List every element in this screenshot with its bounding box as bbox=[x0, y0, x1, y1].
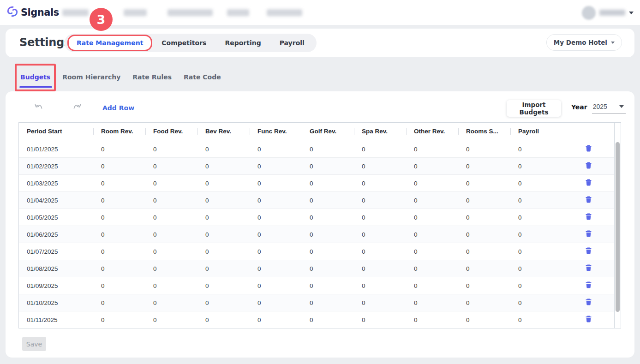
budget-value-cell[interactable]: 0 bbox=[250, 231, 302, 238]
budget-value-cell[interactable]: 0 bbox=[458, 282, 510, 289]
scrollbar-thumb[interactable] bbox=[616, 142, 620, 312]
delete-row-button[interactable] bbox=[583, 297, 594, 308]
budget-value-cell[interactable]: 0 bbox=[406, 180, 458, 187]
nav-item-redacted[interactable] bbox=[267, 9, 302, 16]
period-start-cell[interactable]: 01/08/2025 bbox=[19, 265, 93, 272]
budget-value-cell[interactable]: 0 bbox=[145, 282, 197, 289]
period-start-cell[interactable]: 01/02/2025 bbox=[19, 163, 93, 170]
budget-value-cell[interactable]: 0 bbox=[458, 197, 510, 204]
budget-value-cell[interactable]: 0 bbox=[197, 197, 250, 204]
delete-row-button[interactable] bbox=[583, 280, 594, 291]
budget-value-cell[interactable]: 0 bbox=[93, 316, 145, 323]
budget-value-cell[interactable]: 0 bbox=[145, 231, 197, 238]
budget-value-cell[interactable]: 0 bbox=[302, 299, 354, 306]
period-start-cell[interactable]: 01/05/2025 bbox=[19, 214, 93, 221]
subtab-room-hierarchy[interactable]: Room Hierarchy bbox=[62, 73, 120, 81]
budget-value-cell[interactable]: 0 bbox=[510, 146, 562, 153]
period-start-cell[interactable]: 01/09/2025 bbox=[19, 282, 93, 289]
budget-value-cell[interactable]: 0 bbox=[354, 231, 406, 238]
budget-value-cell[interactable]: 0 bbox=[145, 299, 197, 306]
delete-row-button[interactable] bbox=[583, 161, 594, 172]
nav-item-redacted[interactable] bbox=[167, 9, 213, 16]
budget-value-cell[interactable]: 0 bbox=[354, 146, 406, 153]
budget-value-cell[interactable]: 0 bbox=[510, 163, 562, 170]
budget-value-cell[interactable]: 0 bbox=[458, 299, 510, 306]
budget-value-cell[interactable]: 0 bbox=[145, 180, 197, 187]
period-start-cell[interactable]: 01/01/2025 bbox=[19, 146, 93, 153]
budget-value-cell[interactable]: 0 bbox=[458, 214, 510, 221]
budget-value-cell[interactable]: 0 bbox=[406, 214, 458, 221]
period-start-cell[interactable]: 01/07/2025 bbox=[19, 248, 93, 255]
tab-competitors[interactable]: Competitors bbox=[152, 35, 215, 51]
budget-value-cell[interactable]: 0 bbox=[510, 299, 562, 306]
budget-value-cell[interactable]: 0 bbox=[302, 316, 354, 323]
budget-value-cell[interactable]: 0 bbox=[354, 248, 406, 255]
budget-value-cell[interactable]: 0 bbox=[250, 299, 302, 306]
property-selector[interactable]: My Demo Hotel bbox=[546, 34, 622, 51]
budget-value-cell[interactable]: 0 bbox=[406, 299, 458, 306]
budget-value-cell[interactable]: 0 bbox=[93, 231, 145, 238]
budget-value-cell[interactable]: 0 bbox=[406, 282, 458, 289]
period-start-cell[interactable]: 01/06/2025 bbox=[19, 231, 93, 238]
budget-value-cell[interactable]: 0 bbox=[93, 248, 145, 255]
budget-value-cell[interactable]: 0 bbox=[302, 282, 354, 289]
budget-value-cell[interactable]: 0 bbox=[406, 248, 458, 255]
vertical-scrollbar[interactable] bbox=[614, 123, 621, 328]
budget-value-cell[interactable]: 0 bbox=[458, 316, 510, 323]
budget-value-cell[interactable]: 0 bbox=[510, 316, 562, 323]
year-select[interactable]: 2025 bbox=[592, 103, 626, 113]
nav-item-redacted[interactable] bbox=[227, 9, 249, 16]
nav-item-redacted[interactable] bbox=[124, 9, 147, 16]
budget-value-cell[interactable]: 0 bbox=[302, 265, 354, 272]
budget-value-cell[interactable]: 0 bbox=[510, 214, 562, 221]
budget-value-cell[interactable]: 0 bbox=[197, 299, 250, 306]
budget-value-cell[interactable]: 0 bbox=[458, 163, 510, 170]
budget-value-cell[interactable]: 0 bbox=[145, 163, 197, 170]
budget-value-cell[interactable]: 0 bbox=[510, 282, 562, 289]
delete-row-button[interactable] bbox=[583, 263, 594, 274]
budget-value-cell[interactable]: 0 bbox=[93, 197, 145, 204]
budget-value-cell[interactable]: 0 bbox=[406, 146, 458, 153]
period-start-cell[interactable]: 01/11/2025 bbox=[19, 316, 93, 323]
budget-value-cell[interactable]: 0 bbox=[354, 163, 406, 170]
budget-value-cell[interactable]: 0 bbox=[354, 214, 406, 221]
budget-value-cell[interactable]: 0 bbox=[93, 180, 145, 187]
budget-value-cell[interactable]: 0 bbox=[354, 180, 406, 187]
budget-value-cell[interactable]: 0 bbox=[302, 163, 354, 170]
redo-button[interactable] bbox=[73, 104, 81, 111]
delete-row-button[interactable] bbox=[583, 212, 594, 223]
budget-value-cell[interactable]: 0 bbox=[510, 180, 562, 187]
budget-value-cell[interactable]: 0 bbox=[250, 316, 302, 323]
budget-value-cell[interactable]: 0 bbox=[406, 265, 458, 272]
delete-row-button[interactable] bbox=[583, 195, 594, 206]
budget-value-cell[interactable]: 0 bbox=[510, 197, 562, 204]
import-budgets-button[interactable]: Import Budgets bbox=[507, 100, 561, 117]
period-start-cell[interactable]: 01/03/2025 bbox=[19, 180, 93, 187]
budget-value-cell[interactable]: 0 bbox=[406, 316, 458, 323]
budget-value-cell[interactable]: 0 bbox=[354, 282, 406, 289]
tab-rate-management[interactable]: Rate Management bbox=[67, 35, 152, 51]
budget-value-cell[interactable]: 0 bbox=[250, 265, 302, 272]
budget-value-cell[interactable]: 0 bbox=[197, 163, 250, 170]
budget-value-cell[interactable]: 0 bbox=[145, 146, 197, 153]
budget-value-cell[interactable]: 0 bbox=[145, 265, 197, 272]
tab-payroll[interactable]: Payroll bbox=[270, 35, 314, 51]
budget-value-cell[interactable]: 0 bbox=[197, 248, 250, 255]
delete-row-button[interactable] bbox=[583, 314, 594, 325]
budget-value-cell[interactable]: 0 bbox=[250, 214, 302, 221]
budget-value-cell[interactable]: 0 bbox=[197, 316, 250, 323]
save-button[interactable]: Save bbox=[22, 337, 46, 351]
budget-value-cell[interactable]: 0 bbox=[197, 146, 250, 153]
delete-row-button[interactable] bbox=[583, 178, 594, 189]
budget-value-cell[interactable]: 0 bbox=[458, 265, 510, 272]
undo-button[interactable] bbox=[35, 104, 43, 111]
budget-value-cell[interactable]: 0 bbox=[197, 282, 250, 289]
budget-value-cell[interactable]: 0 bbox=[406, 163, 458, 170]
budget-value-cell[interactable]: 0 bbox=[510, 231, 562, 238]
budget-value-cell[interactable]: 0 bbox=[250, 180, 302, 187]
period-start-cell[interactable]: 01/10/2025 bbox=[19, 299, 93, 306]
budget-value-cell[interactable]: 0 bbox=[510, 265, 562, 272]
budget-value-cell[interactable]: 0 bbox=[302, 146, 354, 153]
nav-item-redacted[interactable] bbox=[62, 9, 89, 16]
tab-reporting[interactable]: Reporting bbox=[215, 35, 270, 51]
